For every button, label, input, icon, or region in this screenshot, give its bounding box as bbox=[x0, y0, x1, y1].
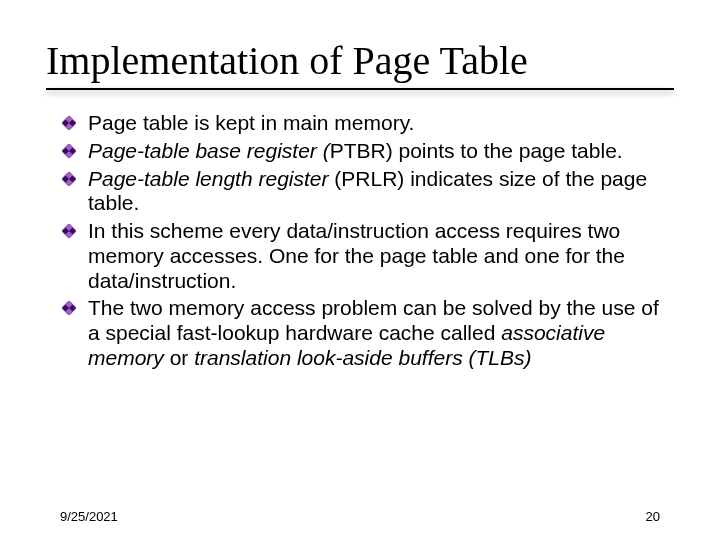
bullet-item: Page-table length register (PRLR) indica… bbox=[88, 167, 664, 217]
footer-page: 20 bbox=[646, 509, 660, 524]
title-area: Implementation of Page Table bbox=[0, 0, 720, 96]
diamond-bullet-icon bbox=[62, 224, 76, 238]
bullet-item: Page-table base register (PTBR) points t… bbox=[88, 139, 664, 164]
bullet-text: In this scheme every data/instruction ac… bbox=[88, 219, 625, 292]
bullet-text: Page-table base register (PTBR) points t… bbox=[88, 139, 623, 162]
bullet-text: The two memory access problem can be sol… bbox=[88, 296, 659, 369]
diamond-bullet-icon bbox=[62, 301, 76, 315]
diamond-bullet-icon bbox=[62, 172, 76, 186]
bullet-item: In this scheme every data/instruction ac… bbox=[88, 219, 664, 293]
slide-title: Implementation of Page Table bbox=[46, 40, 674, 82]
bullet-item: The two memory access problem can be sol… bbox=[88, 296, 664, 370]
title-underline bbox=[46, 88, 674, 90]
bullet-text: Page table is kept in main memory. bbox=[88, 111, 414, 134]
bullet-item: Page table is kept in main memory. bbox=[88, 111, 664, 136]
bullet-list: Page table is kept in main memory. Page-… bbox=[0, 96, 720, 371]
diamond-bullet-icon bbox=[62, 116, 76, 130]
bullet-text: Page-table length register (PRLR) indica… bbox=[88, 167, 647, 215]
footer-date: 9/25/2021 bbox=[60, 509, 118, 524]
footer: 9/25/2021 20 bbox=[60, 509, 660, 524]
slide: Implementation of Page Table Page table … bbox=[0, 0, 720, 540]
diamond-bullet-icon bbox=[62, 144, 76, 158]
